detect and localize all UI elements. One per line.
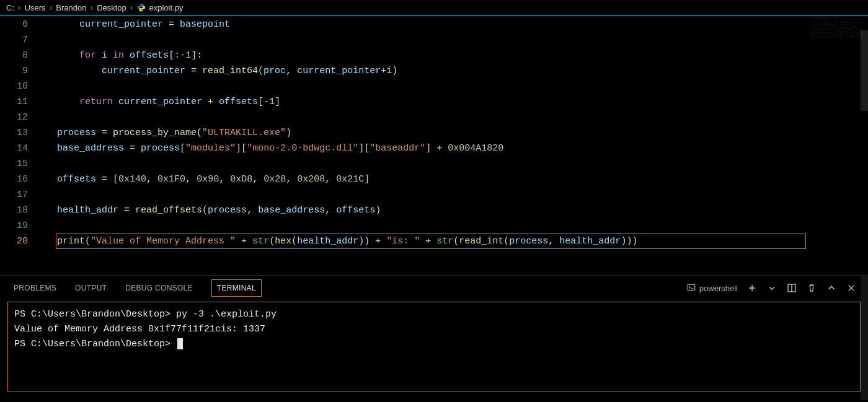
code-line[interactable]: 13 process = process_by_name("ULTRAKILL.…	[0, 125, 868, 141]
panel-tabs-row: PROBLEMS OUTPUT DEBUG CONSOLE TERMINAL p…	[0, 276, 868, 300]
line-number: 19	[0, 218, 40, 234]
terminal-line: PS C:\Users\Brandon\Desktop> py -3 .\exp…	[14, 307, 854, 322]
code-line[interactable]: 11 return current_pointer + offsets[-1]	[0, 94, 868, 110]
command-text: py -3 .\exploit.py	[176, 309, 277, 320]
line-number: 20	[0, 234, 40, 249]
code-content[interactable]: for i in offsets[:-1]:	[40, 48, 202, 63]
code-line[interactable]: 15	[0, 156, 868, 172]
svg-rect-0	[688, 284, 694, 291]
terminal-shell-label: powershell	[699, 284, 738, 293]
line-number: 15	[0, 156, 40, 172]
line-number: 17	[0, 187, 40, 203]
code-content[interactable]: return current_pointer + offsets[-1]	[40, 94, 280, 110]
chevron-right-icon: ›	[50, 2, 53, 12]
code-line[interactable]: 20 print("Value of Memory Address " + st…	[0, 234, 868, 249]
code-content[interactable]: offsets = [0x140, 0x1F0, 0x90, 0xD8, 0x2…	[40, 172, 370, 187]
code-line[interactable]: 14 base_address = process["modules"]["mo…	[0, 141, 868, 156]
line-number: 11	[0, 94, 40, 110]
editor-scrollbar[interactable]	[861, 30, 868, 275]
tab-problems[interactable]: PROBLEMS	[14, 284, 56, 292]
terminal[interactable]: PS C:\Users\Brandon\Desktop> py -3 .\exp…	[7, 302, 861, 391]
line-number: 18	[0, 203, 40, 218]
code-line[interactable]: 10	[0, 79, 868, 94]
code-line[interactable]: 19	[0, 218, 868, 234]
split-terminal-icon[interactable]	[786, 282, 797, 294]
code-content[interactable]: current_pointer = read_int64(proc, curre…	[40, 63, 397, 79]
chevron-down-icon[interactable]	[766, 282, 777, 294]
line-number: 16	[0, 172, 40, 187]
terminal-line: PS C:\Users\Brandon\Desktop>	[14, 337, 854, 352]
python-file-icon	[137, 3, 146, 12]
code-content[interactable]: current_pointer = basepoint	[40, 17, 230, 32]
code-line[interactable]: 8 for i in offsets[:-1]:	[0, 48, 868, 63]
prompt: PS C:\Users\Brandon\Desktop>	[14, 309, 176, 320]
code-line[interactable]: 9 current_pointer = read_int64(proc, cur…	[0, 63, 868, 79]
code-line[interactable]: 18 health_addr = read_offsets(process, b…	[0, 203, 868, 218]
tab-terminal[interactable]: TERMINAL	[211, 279, 262, 297]
new-terminal-icon[interactable]	[746, 282, 758, 294]
bottom-panel: PROBLEMS OUTPUT DEBUG CONSOLE TERMINAL p…	[0, 275, 868, 391]
breadcrumb-part[interactable]: Users	[25, 3, 46, 12]
breadcrumb-file[interactable]: exploit.py	[149, 3, 184, 12]
code-line[interactable]: 6 current_pointer = basepoint	[0, 17, 868, 32]
chevron-right-icon: ›	[90, 2, 93, 12]
code-line[interactable]: 17	[0, 187, 868, 203]
code-content[interactable]: health_addr = read_offsets(process, base…	[40, 203, 381, 218]
minimap[interactable]: current_pointer = basepoint for i in off…	[807, 17, 863, 60]
terminal-icon	[687, 283, 696, 294]
close-icon[interactable]	[846, 282, 857, 294]
code-line[interactable]: 12	[0, 110, 868, 125]
code-editor[interactable]: 6 current_pointer = basepoint78 for i in…	[0, 15, 868, 275]
code-content[interactable]: base_address = process["modules"]["mono-…	[40, 141, 503, 156]
line-number: 10	[0, 79, 40, 94]
line-number: 6	[0, 17, 40, 32]
breadcrumb-part[interactable]: C:	[6, 3, 14, 12]
panel-scrollbar[interactable]	[861, 276, 868, 400]
breadcrumb-part[interactable]: Brandon	[56, 3, 86, 12]
trash-icon[interactable]	[806, 282, 817, 294]
line-number: 8	[0, 48, 40, 63]
tab-debug-console[interactable]: DEBUG CONSOLE	[125, 284, 193, 292]
code-content[interactable]: process = process_by_name("ULTRAKILL.exe…	[40, 125, 291, 141]
code-line[interactable]: 7	[0, 32, 868, 48]
chevron-up-icon[interactable]	[826, 282, 837, 294]
chevron-right-icon: ›	[18, 2, 21, 12]
terminal-cursor	[177, 338, 183, 349]
chevron-right-icon: ›	[130, 2, 133, 12]
line-number: 9	[0, 63, 40, 79]
terminal-shell-select[interactable]: powershell	[687, 283, 738, 294]
breadcrumb: C: › Users › Brandon › Desktop › exploit…	[0, 0, 868, 15]
breadcrumb-part[interactable]: Desktop	[97, 3, 126, 12]
line-number: 13	[0, 125, 40, 141]
tab-output[interactable]: OUTPUT	[75, 284, 107, 292]
line-number: 14	[0, 141, 40, 156]
terminal-line: Value of Memory Address 0x1f77f11f21cis:…	[14, 322, 854, 337]
prompt: PS C:\Users\Brandon\Desktop>	[14, 339, 176, 349]
line-number: 7	[0, 32, 40, 48]
line-number: 12	[0, 110, 40, 125]
code-content[interactable]: print("Value of Memory Address " + str(h…	[40, 234, 637, 249]
code-line[interactable]: 16 offsets = [0x140, 0x1F0, 0x90, 0xD8, …	[0, 172, 868, 187]
